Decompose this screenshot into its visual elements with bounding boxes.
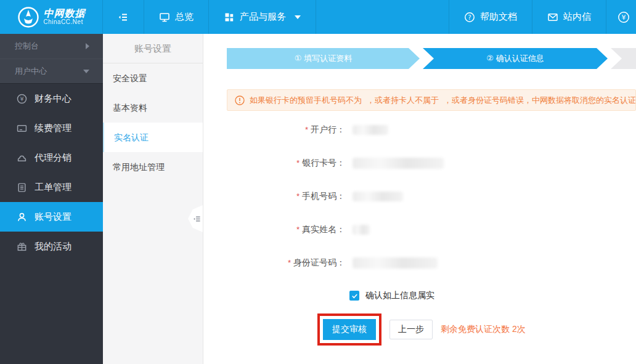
nav-balance[interactable]: ¥: [606, 0, 636, 34]
required-asterisk: *: [296, 192, 300, 201]
sidebar-item-agent[interactable]: 代理分销: [0, 143, 103, 172]
sidebar-item-activities[interactable]: 我的活动: [0, 232, 103, 261]
nav-help-docs[interactable]: ? 帮助文档: [449, 0, 532, 34]
verification-form: *开户行： *银行卡号： *手机号码： *真实姓名： *身份证号码：: [203, 113, 636, 346]
logo[interactable]: 中网数据 ChinaCC.Net: [0, 0, 103, 34]
sidebar-item-tickets[interactable]: 工单管理: [0, 172, 103, 202]
redacted-value-id-number: [353, 257, 438, 269]
required-asterisk: *: [288, 258, 291, 267]
field-label: *真实姓名：: [227, 224, 345, 235]
form-row-card-number: *银行卡号：: [203, 147, 636, 180]
svg-text:¥: ¥: [622, 14, 626, 22]
nav-products-label: 产品与服务: [240, 11, 286, 23]
sidebar-group-console[interactable]: 控制台: [0, 34, 103, 59]
confirm-row: 确认如上信息属实: [349, 291, 636, 301]
warning-text-part2: ，或者持卡人不属于: [367, 95, 439, 106]
form-row-bank: *开户行：: [203, 113, 636, 147]
sidebar-item-label: 工单管理: [35, 182, 71, 193]
field-label: *开户行：: [227, 124, 345, 135]
required-asterisk: *: [296, 158, 300, 168]
sidebar-item-label: 账号设置: [35, 211, 71, 223]
ingot-icon: [16, 152, 27, 163]
wizard-step-1: ① 填写认证资料: [227, 48, 420, 69]
document-icon: [16, 182, 27, 193]
submit-review-button[interactable]: 提交审核: [323, 319, 376, 340]
subnav-profile[interactable]: 基本资料: [103, 93, 203, 123]
remaining-quota-text: 剩余免费认证次数 2次: [441, 324, 526, 335]
yuan-circle-icon: ¥: [618, 11, 630, 23]
sidebar-item-label: 财务中心: [35, 93, 71, 105]
collapse-sidebar-icon: [193, 215, 201, 223]
sidebar-group-usercenter-label: 用户中心: [15, 66, 47, 77]
form-actions: 提交审核 上一步 剩余免费认证次数 2次: [317, 313, 636, 346]
required-asterisk: *: [305, 125, 308, 134]
nav-products[interactable]: 产品与服务: [209, 0, 316, 34]
primary-sidebar: 控制台 用户中心 ¥ 财务中心 续费管理: [0, 34, 103, 364]
monitor-icon: [159, 12, 170, 23]
wizard-step-3: [611, 48, 636, 69]
app-window: 中网数据 ChinaCC.Net 总览: [0, 0, 636, 364]
field-label: *手机号码：: [227, 191, 345, 202]
nav-overview-label: 总览: [175, 11, 194, 23]
topbar-spacer: [316, 0, 449, 34]
logo-subtitle: ChinaCC.Net: [44, 19, 86, 26]
sidebar-collapse-button[interactable]: [103, 0, 144, 34]
yuan-circle-icon: ¥: [16, 93, 27, 104]
chevron-down-icon: [83, 70, 89, 73]
confirm-checkbox[interactable]: [349, 291, 359, 301]
warning-icon: [235, 95, 245, 105]
wizard-step-2: ② 确认认证信息: [423, 48, 608, 69]
user-icon: [16, 211, 27, 222]
check-icon: [351, 293, 358, 299]
nav-overview[interactable]: 总览: [144, 0, 209, 34]
subnav-address-management[interactable]: 常用地址管理: [103, 152, 203, 182]
collapse-menu-icon: [118, 12, 129, 23]
sidebar-group-usercenter[interactable]: 用户中心: [0, 59, 103, 83]
main-content: ① 填写认证资料 ② 确认认证信息 如果银行卡的预留手机号码不为 ，或者持卡人不…: [203, 34, 636, 364]
sidebar-group-console-label: 控制台: [15, 41, 39, 52]
help-circle-icon: ?: [464, 12, 475, 23]
subsidebar-collapse-handle[interactable]: [188, 205, 203, 232]
field-label: *身份证号码：: [227, 257, 345, 269]
warning-text-part3: ，或者身份证号码错误，中网数据将取消您的实名认证: [444, 95, 636, 106]
logo-title: 中网数据: [44, 9, 86, 19]
field-label: *银行卡号：: [227, 158, 345, 169]
sidebar-item-finance[interactable]: ¥ 财务中心: [0, 84, 103, 113]
redacted-value-phone: [353, 192, 403, 201]
chevron-down-icon: [295, 15, 301, 19]
sidebar-groups: 控制台 用户中心: [0, 34, 103, 84]
redacted-value-card-number: [353, 158, 444, 169]
grid-icon: [224, 12, 235, 23]
previous-step-button[interactable]: 上一步: [389, 320, 433, 339]
secondary-sidebar: 账号设置 安全设置 基本资料 实名认证 常用地址管理: [103, 34, 203, 364]
sidebar-item-renewal[interactable]: 续费管理: [0, 113, 103, 143]
mail-icon: [547, 12, 558, 23]
subnav-security[interactable]: 安全设置: [103, 63, 203, 93]
sidebar-item-label: 代理分销: [35, 152, 71, 164]
logo-text: 中网数据 ChinaCC.Net: [44, 9, 86, 25]
warning-text-part1: 如果银行卡的预留手机号码不为: [250, 95, 362, 106]
red-annotation-box: 提交审核: [317, 313, 381, 346]
redacted-value-bank: [353, 125, 388, 135]
card-icon: [16, 123, 27, 134]
svg-text:¥: ¥: [20, 96, 23, 102]
step-wizard: ① 填写认证资料 ② 确认认证信息: [227, 48, 636, 69]
sidebar-item-label: 我的活动: [35, 241, 71, 253]
chevron-right-icon: [86, 43, 89, 49]
gift-icon: [16, 241, 27, 252]
topbar: 中网数据 ChinaCC.Net 总览: [0, 0, 636, 34]
nav-messages[interactable]: 站内信: [532, 0, 606, 34]
form-row-id-number: *身份证号码：: [203, 246, 636, 280]
subnav-realname-verification[interactable]: 实名认证: [103, 123, 203, 152]
redacted-value-real-name: [353, 225, 370, 235]
form-row-real-name: *真实姓名：: [203, 213, 636, 246]
sidebar-item-label: 续费管理: [35, 123, 71, 134]
secondary-sidebar-title: 账号设置: [103, 34, 203, 63]
nav-messages-label: 站内信: [563, 11, 591, 23]
nav-help-label: 帮助文档: [480, 11, 517, 23]
required-asterisk: *: [296, 225, 300, 234]
brand-logo-icon: [17, 6, 39, 28]
confirm-checkbox-label: 确认如上信息属实: [365, 290, 434, 301]
svg-text:?: ?: [468, 14, 471, 20]
sidebar-item-account-settings[interactable]: 账号设置: [0, 202, 103, 232]
